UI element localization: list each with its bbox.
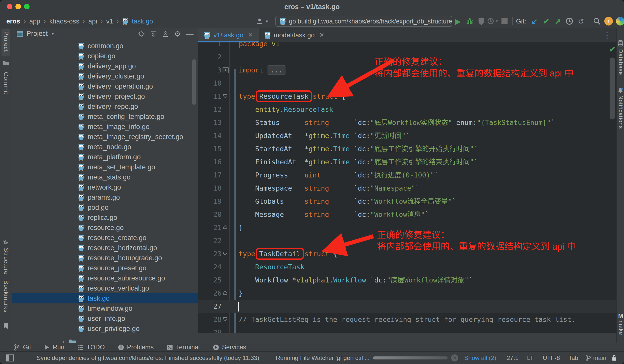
line-number[interactable]: 10 bbox=[198, 77, 222, 90]
tool-window-button-todo[interactable]: TODO bbox=[78, 344, 105, 351]
tree-file-meta_set_template-go[interactable]: meta_set_template.go bbox=[12, 162, 198, 172]
line-number[interactable]: 24 bbox=[198, 261, 222, 274]
tool-strip-notifications[interactable]: Notifications bbox=[617, 95, 624, 129]
debug-button[interactable] bbox=[464, 16, 475, 27]
fold-start-icon[interactable] bbox=[223, 317, 228, 322]
line-number[interactable]: 21 bbox=[198, 221, 222, 234]
line-number[interactable]: 1 bbox=[198, 42, 222, 50]
breadcrumb-item[interactable]: v1 bbox=[106, 17, 113, 25]
history-button[interactable] bbox=[564, 16, 575, 27]
code-line-15[interactable]: 15 StartedAt *gtime.Time `dc:"底层工作流引擎的开始… bbox=[198, 142, 616, 155]
line-number[interactable]: 26 bbox=[198, 287, 222, 300]
tree-file-copier-go[interactable]: copier.go bbox=[12, 51, 198, 61]
tree-file-user_info-go[interactable]: user_info.go bbox=[12, 314, 198, 324]
line-number[interactable]: 11 bbox=[198, 90, 222, 103]
line-number[interactable]: 12 bbox=[198, 103, 222, 116]
database-icon[interactable] bbox=[618, 40, 623, 46]
tree-file-resource_preset-go[interactable]: resource_preset.go bbox=[12, 263, 198, 273]
tree-file-timewindow-go[interactable]: timewindow.go bbox=[12, 303, 198, 314]
line-number[interactable]: 19 bbox=[198, 195, 222, 208]
git-commit-button[interactable]: ✔ bbox=[540, 16, 552, 27]
show-all-link[interactable]: Show all (2) bbox=[464, 354, 496, 361]
breadcrumb-item[interactable]: app bbox=[29, 17, 40, 25]
git-update-button[interactable]: ↙ bbox=[529, 16, 540, 27]
tree-file-resource_vertical-go[interactable]: resource_vertical.go bbox=[12, 283, 198, 293]
panels-toggle-icon[interactable] bbox=[6, 354, 14, 361]
code-area[interactable]: 1package v123+import ...1011type Resourc… bbox=[198, 42, 616, 343]
fold-expand-icon[interactable]: + bbox=[223, 67, 229, 73]
fold-start-icon[interactable] bbox=[223, 93, 228, 98]
line-number[interactable]: 17 bbox=[198, 169, 222, 182]
tree-file-delivery_app-go[interactable]: delivery_app.go bbox=[12, 61, 198, 71]
tree-file-network-go[interactable]: network.go bbox=[12, 182, 198, 192]
git-push-button[interactable]: ↗ bbox=[552, 16, 564, 27]
code-line-20[interactable]: 20 Message string `dc:"Workflow消息"` bbox=[198, 208, 616, 221]
breadcrumb-item[interactable]: khaos-oss bbox=[49, 17, 79, 25]
close-icon[interactable]: ✕ bbox=[319, 32, 324, 39]
code-line-26[interactable]: 26} bbox=[198, 287, 616, 300]
fold-end-icon[interactable] bbox=[223, 225, 228, 230]
tool-window-button-terminal[interactable]: Terminal bbox=[167, 344, 200, 351]
hide-panel-icon[interactable]: — bbox=[186, 30, 194, 38]
project-panel-title[interactable]: Project bbox=[27, 30, 48, 38]
lock-icon[interactable] bbox=[611, 355, 617, 361]
tree-file-meta_platform-go[interactable]: meta_platform.go bbox=[12, 152, 198, 162]
user-account-button[interactable]: ▼ bbox=[256, 17, 269, 25]
collapse-all-icon[interactable] bbox=[162, 30, 169, 37]
line-number[interactable]: 23 bbox=[198, 247, 222, 261]
tree-file-meta_image_registry_secret-go[interactable]: meta_image_registry_secret.go bbox=[12, 132, 198, 142]
code-line-17[interactable]: 17 Progress uint `dc:"执行进度(0-100)"` bbox=[198, 169, 616, 182]
tree-file-meta_image_info-go[interactable]: meta_image_info.go bbox=[12, 122, 198, 132]
git-branch-name[interactable]: main bbox=[593, 354, 606, 361]
line-number[interactable]: 28 bbox=[198, 313, 222, 326]
ide-update-button[interactable]: ↑ bbox=[603, 16, 614, 27]
run-configuration-select[interactable]: go build git.woa.com/khaos/eros/hack/exp… bbox=[275, 16, 452, 27]
tool-strip-make[interactable]: make bbox=[618, 321, 624, 335]
line-number[interactable]: 25 bbox=[198, 274, 222, 287]
tree-file-resource_subresource-go[interactable]: resource_subresource.go bbox=[12, 273, 198, 283]
coverage-button[interactable] bbox=[475, 16, 487, 27]
tree-file-task-go[interactable]: task.go bbox=[12, 293, 198, 303]
make-tool-letter[interactable]: M bbox=[618, 313, 623, 320]
tree-file-delivery_operation-go[interactable]: delivery_operation.go bbox=[12, 81, 198, 91]
tab-v1-task-go[interactable]: v1/task.go ✕ bbox=[198, 28, 259, 42]
inspection-ok-icon[interactable]: ✔ bbox=[609, 45, 615, 54]
structure-icon[interactable] bbox=[3, 239, 9, 245]
code-line-14[interactable]: 14 UpdatedAt *gtime.Time `dc:"更新时间"` bbox=[198, 129, 616, 142]
locate-file-icon[interactable] bbox=[138, 30, 145, 37]
code-line-13[interactable]: 13 Status string `dc:"底层Workflow实例状态" en… bbox=[198, 116, 616, 129]
line-number[interactable]: 27 bbox=[198, 300, 222, 313]
code-line-19[interactable]: 19 Globals string `dc:"Workflow流程全局变量"` bbox=[198, 195, 616, 208]
project-tree-scrollbar[interactable] bbox=[192, 59, 196, 105]
indent-style[interactable]: Tab bbox=[568, 354, 578, 361]
profiler-button[interactable]: ▼ bbox=[487, 16, 499, 27]
breadcrumb-item[interactable]: eros bbox=[6, 17, 20, 25]
chevron-down-icon[interactable]: ▼ bbox=[51, 32, 55, 36]
file-encoding[interactable]: UTF-8 bbox=[543, 354, 560, 361]
breadcrumb-item[interactable]: api bbox=[88, 17, 97, 25]
code-line-27[interactable]: 27 bbox=[198, 300, 616, 313]
tree-file-meta_node-go[interactable]: meta_node.go bbox=[12, 142, 198, 152]
bell-icon[interactable] bbox=[617, 87, 623, 93]
code-line-16[interactable]: 16 FinishedAt *gtime.Time `dc:"底层工作流引擎的结… bbox=[198, 155, 616, 169]
expand-all-icon[interactable] bbox=[150, 30, 157, 37]
tree-file-meta_config_template-go[interactable]: meta_config_template.go bbox=[12, 112, 198, 122]
tool-strip-commit[interactable]: Commit bbox=[3, 72, 10, 94]
rollback-button[interactable]: ↺ bbox=[575, 16, 587, 27]
toolbox-button[interactable] bbox=[614, 16, 624, 27]
close-icon[interactable]: ✕ bbox=[248, 32, 253, 39]
tree-file-pod-go[interactable]: pod.go bbox=[12, 202, 198, 213]
breadcrumb[interactable]: eros›app›khaos-oss›api›v1› task.go bbox=[6, 15, 153, 28]
bookmark-icon[interactable] bbox=[3, 323, 8, 329]
tree-file-resource_create-go[interactable]: resource_create.go bbox=[12, 233, 198, 243]
status-sync-message[interactable]: Sync dependencies of git.woa.com/khaos/e… bbox=[37, 354, 259, 361]
tree-file-replica-go[interactable]: replica.go bbox=[12, 213, 198, 223]
tool-strip-structure[interactable]: Structure bbox=[3, 248, 10, 275]
tool-strip-database[interactable]: Database bbox=[617, 49, 624, 75]
tree-file-delivery_project-go[interactable]: delivery_project.go bbox=[12, 91, 198, 101]
fold-end-icon[interactable] bbox=[223, 290, 228, 295]
line-number[interactable]: 22 bbox=[198, 234, 222, 247]
tool-strip-bookmarks[interactable]: Bookmarks bbox=[3, 280, 10, 313]
line-number[interactable]: 16 bbox=[198, 155, 222, 169]
code-line-18[interactable]: 18 Namespace string `dc:"Namespace"` bbox=[198, 182, 616, 195]
